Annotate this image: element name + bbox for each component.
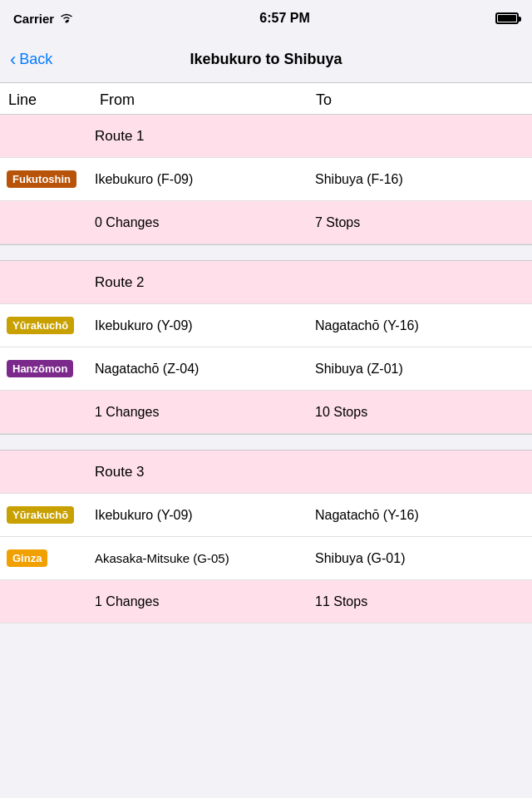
page-title: Ikebukuro to Shibuya [76, 51, 456, 68]
col-from: From [100, 91, 316, 109]
route-2-line2-badge: Hanzōmon [0, 360, 91, 377]
route-1-line-row: Fukutoshin Ikebukuro (F-09) Shibuya (F-1… [0, 158, 532, 201]
status-left: Carrier [13, 12, 74, 26]
back-label: Back [19, 51, 52, 68]
wifi-icon [59, 12, 74, 26]
divider-2 [0, 434, 532, 451]
route-3-line2-from: Akasaka-Mitsuke (G-05) [91, 546, 312, 570]
route-1-to-blank [312, 131, 532, 141]
route-3-line2-badge: Ginza [0, 549, 91, 567]
route-2-line2-row: Hanzōmon Nagatachō (Z-04) Shibuya (Z-01) [0, 347, 532, 391]
route-3-summary-row: 1 Changes 11 Stops [0, 580, 532, 623]
route-3-line1-from: Ikebukuro (Y-09) [91, 503, 312, 528]
route-3-changes: 1 Changes [91, 589, 312, 614]
route-2-to-blank [312, 278, 532, 288]
carrier-label: Carrier [13, 12, 54, 26]
route-2-stops: 10 Stops [312, 400, 532, 425]
route-3-stops: 11 Stops [312, 589, 532, 614]
yurakucho-badge-2: Yūrakuchō [7, 506, 74, 524]
svg-point-0 [66, 20, 68, 22]
route-2-label-row: Route 2 [0, 261, 532, 304]
status-bar: Carrier 6:57 PM [0, 0, 532, 37]
col-line: Line [8, 91, 100, 109]
route-2-line2-from: Nagatachō (Z-04) [91, 357, 312, 382]
route-3-line1-badge: Yūrakuchō [0, 506, 91, 524]
nav-bar: ‹ Back Ikebukuro to Shibuya [0, 37, 532, 83]
route-3-line2-row: Ginza Akasaka-Mitsuke (G-05) Shibuya (G-… [0, 537, 532, 580]
route-2-label: Route 2 [91, 268, 312, 298]
route-3-line1-row: Yūrakuchō Ikebukuro (Y-09) Nagatachō (Y-… [0, 494, 532, 537]
route-2-line1-to: Nagatachō (Y-16) [312, 313, 532, 338]
battery-icon [495, 12, 519, 24]
route-2-summary-row: 1 Changes 10 Stops [0, 391, 532, 434]
route-2-section: Route 2 Yūrakuchō Ikebukuro (Y-09) Nagat… [0, 261, 532, 434]
divider-1 [0, 244, 532, 261]
route-3-label: Route 3 [91, 457, 312, 487]
route-3-section: Route 3 Yūrakuchō Ikebukuro (Y-09) Nagat… [0, 451, 532, 623]
route-1-label-row: Route 1 [0, 115, 532, 158]
route-1-label: Route 1 [91, 121, 312, 151]
route-1-line-badge: Fukutoshin [0, 170, 91, 188]
route-3-label-row: Route 3 [0, 451, 532, 494]
time-label: 6:57 PM [259, 11, 309, 26]
routes-content: Route 1 Fukutoshin Ikebukuro (F-09) Shib… [0, 115, 532, 623]
col-to: To [316, 91, 532, 109]
column-headers: Line From To [0, 83, 532, 115]
route-2-changes: 1 Changes [91, 400, 312, 425]
route-3-line2-to: Shibuya (G-01) [312, 546, 532, 571]
status-right [495, 12, 519, 24]
route-1-to: Shibuya (F-16) [312, 167, 532, 192]
ginza-badge: Ginza [7, 549, 47, 567]
back-button[interactable]: ‹ Back [10, 51, 76, 69]
route-1-section: Route 1 Fukutoshin Ikebukuro (F-09) Shib… [0, 115, 532, 244]
yurakucho-badge-1: Yūrakuchō [7, 317, 74, 334]
route-2-line1-badge: Yūrakuchō [0, 317, 91, 334]
route-1-stops: 7 Stops [312, 210, 532, 235]
route-2-line2-to: Shibuya (Z-01) [312, 357, 532, 382]
back-chevron-icon: ‹ [10, 51, 16, 69]
route-3-to-blank [312, 467, 532, 477]
route-2-line1-row: Yūrakuchō Ikebukuro (Y-09) Nagatachō (Y-… [0, 304, 532, 347]
fukutoshin-badge: Fukutoshin [7, 170, 76, 188]
route-1-summary-row: 0 Changes 7 Stops [0, 201, 532, 244]
route-1-from: Ikebukuro (F-09) [91, 167, 312, 192]
route-1-changes: 0 Changes [91, 210, 312, 235]
route-2-line1-from: Ikebukuro (Y-09) [91, 313, 312, 338]
route-3-line1-to: Nagatachō (Y-16) [312, 503, 532, 528]
hanzomon-badge: Hanzōmon [7, 360, 73, 377]
